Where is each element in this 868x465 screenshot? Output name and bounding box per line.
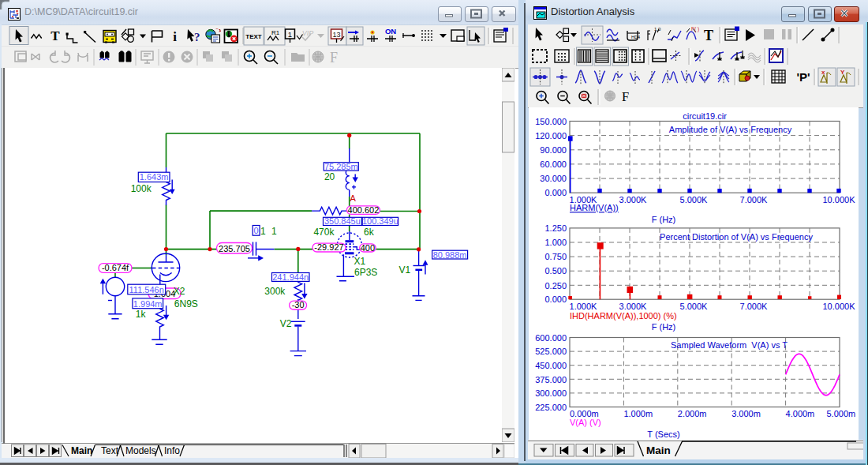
svg-text:X2: X2 xyxy=(174,286,185,297)
svg-text:'P': 'P' xyxy=(796,70,810,84)
svg-text:80.988m: 80.988m xyxy=(433,250,467,260)
svg-text:HD4: HD4 xyxy=(631,35,640,39)
svg-text:525.000: 525.000 xyxy=(535,347,567,356)
svg-text:3.000m: 3.000m xyxy=(731,409,761,418)
svg-text:60.000: 60.000 xyxy=(540,159,567,169)
svg-text:ON: ON xyxy=(385,27,396,36)
svg-text:1.000K: 1.000K xyxy=(570,302,598,311)
svg-text:1.0: 1.0 xyxy=(654,27,661,32)
svg-text:241.944n: 241.944n xyxy=(272,272,309,282)
svg-text:X1: X1 xyxy=(354,256,366,267)
svg-text:350.845u: 350.845u xyxy=(324,216,361,226)
svg-text:7.000K: 7.000K xyxy=(740,195,769,204)
svg-text:1.000m: 1.000m xyxy=(623,409,653,418)
svg-text:F: F xyxy=(330,50,338,66)
svg-text:2.000m: 2.000m xyxy=(678,409,707,418)
svg-text:1k: 1k xyxy=(136,309,147,320)
svg-text:T: T xyxy=(704,28,713,43)
svg-text:3.000K: 3.000K xyxy=(619,195,648,204)
svg-text:10.000K: 10.000K xyxy=(823,195,856,204)
svg-text:1.994m: 1.994m xyxy=(133,299,163,309)
svg-text:600.000: 600.000 xyxy=(535,333,567,343)
svg-text:circuit19.cir: circuit19.cir xyxy=(683,111,727,121)
svg-text:?: ? xyxy=(194,31,200,43)
svg-text:Models: Models xyxy=(125,445,156,456)
svg-text:30.000: 30.000 xyxy=(540,174,567,183)
svg-text:450.000: 450.000 xyxy=(535,361,567,370)
svg-text:T (Secs): T (Secs) xyxy=(647,429,679,439)
svg-text:Y: Y xyxy=(840,69,845,76)
svg-text:111.546n: 111.546n xyxy=(129,285,164,294)
svg-text:Amplitude of V(A) vs Frequency: Amplitude of V(A) vs Frequency xyxy=(669,125,792,134)
svg-text:V2: V2 xyxy=(280,318,292,329)
svg-text:5.000K: 5.000K xyxy=(680,302,709,311)
svg-text:F: F xyxy=(622,89,629,104)
svg-text:6P3S: 6P3S xyxy=(354,267,377,278)
svg-text:375.000: 375.000 xyxy=(535,375,567,384)
svg-text:90.000: 90.000 xyxy=(540,145,567,155)
svg-text:6k: 6k xyxy=(364,227,375,238)
svg-text:Main: Main xyxy=(646,444,671,456)
svg-text:0: 0 xyxy=(254,226,259,235)
svg-text:HARM(V(A)): HARM(V(A)) xyxy=(570,203,619,212)
svg-text:400: 400 xyxy=(361,243,375,253)
svg-text:0.000: 0.000 xyxy=(544,188,567,197)
svg-text:100.349u: 100.349u xyxy=(362,216,398,226)
svg-text:1: 1 xyxy=(271,226,277,237)
svg-text:470k: 470k xyxy=(313,227,335,238)
svg-text:1.250: 1.250 xyxy=(544,223,567,233)
svg-text:0.250: 0.250 xyxy=(544,281,567,291)
svg-text:4.000m: 4.000m xyxy=(786,409,815,418)
svg-text:100k: 100k xyxy=(131,183,152,194)
svg-text:235.705: 235.705 xyxy=(219,244,250,253)
svg-text:10.000K: 10.000K xyxy=(823,302,856,311)
svg-text:Percent Distortion of V(A) vs: Percent Distortion of V(A) vs Frequency xyxy=(660,232,813,242)
svg-text:Text: Text xyxy=(101,445,119,456)
svg-text:6N9S: 6N9S xyxy=(174,298,198,309)
svg-text:-29.927: -29.927 xyxy=(314,242,343,252)
svg-text:R1: R1 xyxy=(271,29,280,36)
svg-text:F (Hz): F (Hz) xyxy=(652,322,676,332)
svg-text:0.000: 0.000 xyxy=(544,294,567,304)
svg-text:1.000: 1.000 xyxy=(544,238,567,247)
svg-text:13: 13 xyxy=(332,31,340,39)
svg-text:Main: Main xyxy=(71,445,92,456)
svg-text:0.750: 0.750 xyxy=(544,252,567,261)
svg-text:-30: -30 xyxy=(292,300,305,309)
svg-text:Info: Info xyxy=(164,445,180,456)
svg-text:75.285m: 75.285m xyxy=(324,162,358,171)
svg-text:5.000K: 5.000K xyxy=(680,195,709,204)
svg-text:1: 1 xyxy=(260,226,266,237)
svg-text:F (Hz): F (Hz) xyxy=(652,215,676,224)
svg-text:VIP: VIP xyxy=(302,29,314,37)
svg-text:150.000: 150.000 xyxy=(535,117,567,126)
svg-text:7.000K: 7.000K xyxy=(740,302,769,311)
svg-text:400.602: 400.602 xyxy=(348,205,380,215)
svg-text:3.000K: 3.000K xyxy=(619,302,648,311)
svg-text:A: A xyxy=(350,193,357,203)
svg-text:F( ): F( ) xyxy=(691,26,699,32)
svg-text:IHD(HARM(V(A)),1000) (%): IHD(HARM(V(A)),1000) (%) xyxy=(570,311,677,321)
svg-text:i: i xyxy=(173,29,177,44)
svg-text:5.000m: 5.000m xyxy=(827,409,856,418)
svg-text:1: 1 xyxy=(288,30,292,39)
svg-text:V1: V1 xyxy=(399,264,411,276)
svg-text:300k: 300k xyxy=(264,286,286,297)
svg-text:TEXT: TEXT xyxy=(245,33,262,40)
svg-text:1.643m: 1.643m xyxy=(140,172,169,182)
svg-text:20: 20 xyxy=(324,171,335,182)
svg-text:300.000: 300.000 xyxy=(535,388,567,398)
svg-text:-0.674f: -0.674f xyxy=(102,263,129,272)
svg-text:V(A) (V): V(A) (V) xyxy=(570,418,601,427)
svg-text:T: T xyxy=(51,28,60,43)
svg-text:120.000: 120.000 xyxy=(535,131,567,141)
svg-text:0.500: 0.500 xyxy=(544,266,567,276)
svg-text:Sampled Waveform V(A) vs T: Sampled Waveform V(A) vs T xyxy=(671,340,788,350)
svg-text:225.000: 225.000 xyxy=(535,403,567,412)
